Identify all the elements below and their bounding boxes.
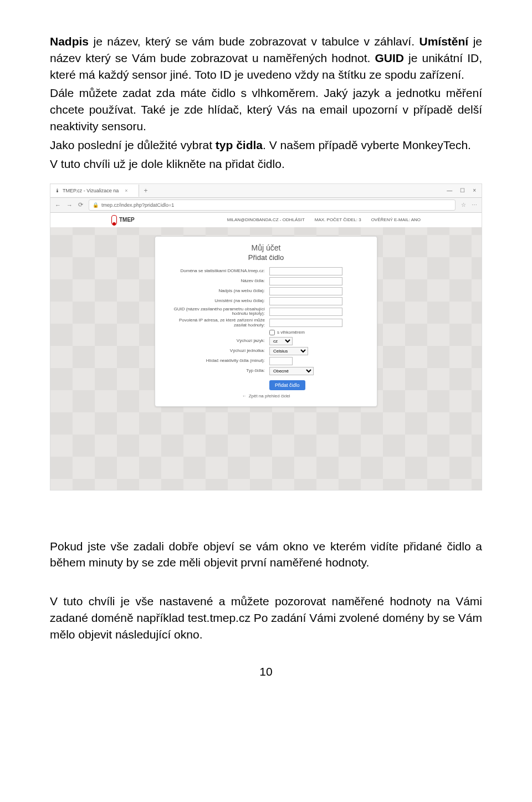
label-domena: Doména se statistikami DOMENA.tmep.cz: [165,269,269,274]
select-jazyk[interactable]: cz [269,337,293,345]
page-number: 10 [50,665,482,678]
back-arrow-icon: ← [242,394,247,399]
menu-dots-icon[interactable]: ⋯ [472,202,477,208]
close-tab-icon[interactable]: × [125,188,127,193]
card-heading2: Přidat čidlo [155,253,377,262]
card-heading1: Můj účet [155,243,377,252]
input-umisteni[interactable] [269,297,342,305]
term-guid: GUID [375,52,404,64]
topbar-verified: OVĚŘENÝ E-MAIL: ANO [371,217,421,222]
nav-forward-icon[interactable]: → [66,202,73,208]
tab-favicon-icon: 🌡 [55,188,60,193]
para-definitions: Nadpis je název, který se vám bude zobra… [50,33,482,83]
label-jednotka: Výchozí jednotka: [165,349,269,354]
window-minimize-icon[interactable]: — [447,187,452,193]
input-domena[interactable] [269,267,342,275]
para-result: Pokud jste vše zadali dobře objeví se vá… [50,538,482,571]
input-nazev[interactable] [269,277,342,285]
checkbox-vlhkomer[interactable]: s vlhkoměrem [269,330,341,335]
tab-title: TMEP.cz - Vizualizace na [63,188,119,193]
window-close-icon[interactable]: × [473,187,476,193]
embedded-screenshot: 🌡 TMEP.cz - Vizualizace na × + — ☐ × ← →… [50,183,482,491]
thermometer-icon [111,215,117,225]
term-nadpis: Nadpis [50,35,89,48]
browser-addressbar: ← → ⟳ 🔒 tmep.cz/index.php?pridatCidlo=1 … [50,198,482,213]
para-final: V tuto chvíli je vše nastavené a můžete … [50,593,482,642]
label-umisteni: Umístění (na webu čidla): [165,299,269,304]
input-hlidac[interactable] [269,357,293,365]
label-nazev: Název čidla: [165,279,269,284]
label-jazyk: Výchozí jazyk: [165,339,269,344]
para-options: Dále můžete zadat zda máte čidlo s vlhko… [50,85,482,134]
form-card: Můj účet Přidat čidlo Doména se statisti… [155,236,377,407]
label-hlidac: Hlídač neaktivity čidla (minut): [165,359,269,364]
new-tab-button[interactable]: + [139,187,152,195]
submit-button[interactable]: Přidat čidlo [269,380,305,390]
input-ip[interactable] [269,319,342,327]
input-guid[interactable] [269,308,342,316]
select-jednotka[interactable]: Celsius [269,347,308,355]
term-typ-cidla: typ čidla [216,139,263,151]
browser-tab[interactable]: 🌡 TMEP.cz - Vizualizace na × [50,185,139,197]
favorites-icon[interactable]: ☆ [461,202,466,208]
nav-reload-icon[interactable]: ⟳ [78,201,83,208]
para-click: V tuto chvíli už je dole klikněte na při… [50,156,482,172]
label-nadpis: Nadpis (na webu čidla): [165,289,269,294]
site-topbar: TMEP MILAN@DINOBANDA.CZ - ODHLÁSIT MAX. … [50,213,482,227]
term-umisteni: Umístění [419,35,468,48]
url-input[interactable]: 🔒 tmep.cz/index.php?pridatCidlo=1 [89,200,456,211]
label-guid: GUID (název zasílaného parametru obsahuj… [165,307,269,317]
para-type: Jako poslední je důležité vybrat typ čid… [50,137,482,154]
nav-back-icon[interactable]: ← [55,202,61,208]
lock-icon: 🔒 [93,202,99,208]
back-link[interactable]: ← Zpět na přehled čidel [155,394,377,399]
browser-titlebar: 🌡 TMEP.cz - Vizualizace na × + — ☐ × [50,184,482,198]
site-logo[interactable]: TMEP [111,215,135,225]
select-typ[interactable]: Obecné [269,367,314,375]
label-typ: Typ čidla: [165,369,269,374]
topbar-user[interactable]: MILAN@DINOBANDA.CZ - ODHLÁSIT [227,217,305,222]
topbar-max: MAX. POČET ČIDEL: 3 [315,217,361,222]
url-text: tmep.cz/index.php?pridatCidlo=1 [101,202,174,208]
input-nadpis[interactable] [269,287,342,295]
label-ip: Povolená IP adresa, ze které zařízení mů… [165,318,269,328]
window-maximize-icon[interactable]: ☐ [460,187,465,193]
checkbox-vlhkomer-box[interactable] [269,330,275,335]
